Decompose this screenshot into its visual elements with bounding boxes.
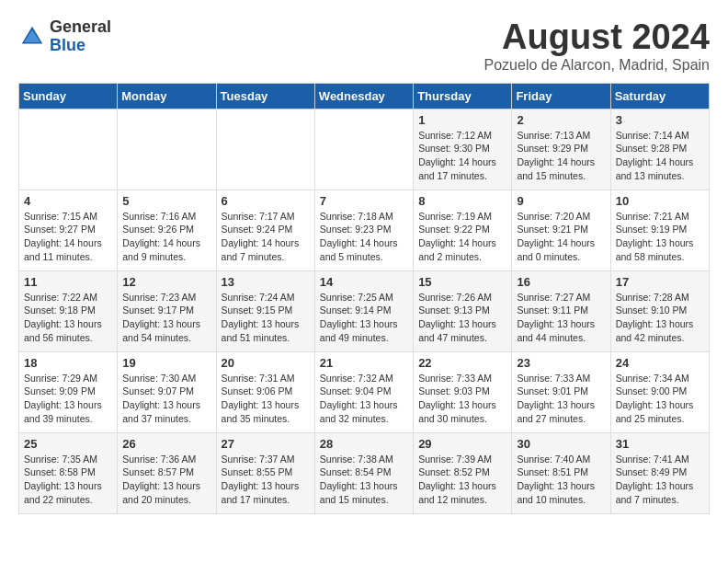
day-info: Sunrise: 7:29 AM Sunset: 9:09 PM Dayligh… (24, 372, 112, 426)
week-row-4: 18Sunrise: 7:29 AM Sunset: 9:09 PM Dayli… (19, 351, 710, 432)
day-number: 24 (616, 356, 704, 370)
day-number: 25 (24, 437, 112, 451)
calendar-cell (118, 109, 216, 190)
day-number: 2 (517, 113, 605, 127)
week-row-5: 25Sunrise: 7:35 AM Sunset: 8:58 PM Dayli… (19, 432, 710, 513)
calendar-cell: 29Sunrise: 7:39 AM Sunset: 8:52 PM Dayli… (414, 432, 512, 513)
day-number: 14 (320, 275, 408, 289)
day-number: 19 (122, 356, 210, 370)
logo-general: General (50, 18, 111, 37)
day-info: Sunrise: 7:21 AM Sunset: 9:19 PM Dayligh… (616, 210, 704, 264)
day-info: Sunrise: 7:15 AM Sunset: 9:27 PM Dayligh… (24, 210, 112, 264)
day-info: Sunrise: 7:20 AM Sunset: 9:21 PM Dayligh… (517, 210, 605, 264)
calendar-cell: 25Sunrise: 7:35 AM Sunset: 8:58 PM Dayli… (19, 432, 118, 513)
calendar-cell: 21Sunrise: 7:32 AM Sunset: 9:04 PM Dayli… (314, 351, 413, 432)
day-number: 26 (122, 437, 210, 451)
week-row-2: 4Sunrise: 7:15 AM Sunset: 9:27 PM Daylig… (19, 190, 710, 270)
calendar-cell: 4Sunrise: 7:15 AM Sunset: 9:27 PM Daylig… (19, 190, 118, 270)
calendar-cell: 13Sunrise: 7:24 AM Sunset: 9:15 PM Dayli… (216, 270, 314, 351)
day-info: Sunrise: 7:22 AM Sunset: 9:18 PM Dayligh… (24, 291, 112, 345)
calendar-cell: 19Sunrise: 7:30 AM Sunset: 9:07 PM Dayli… (118, 351, 216, 432)
week-row-1: 1Sunrise: 7:12 AM Sunset: 9:30 PM Daylig… (19, 109, 710, 190)
day-info: Sunrise: 7:12 AM Sunset: 9:30 PM Dayligh… (418, 129, 506, 183)
calendar-cell: 3Sunrise: 7:14 AM Sunset: 9:28 PM Daylig… (610, 109, 709, 190)
day-info: Sunrise: 7:26 AM Sunset: 9:13 PM Dayligh… (418, 291, 506, 345)
header-row: SundayMondayTuesdayWednesdayThursdayFrid… (19, 83, 710, 109)
logo-blue: Blue (50, 37, 111, 55)
day-info: Sunrise: 7:25 AM Sunset: 9:14 PM Dayligh… (320, 291, 408, 345)
calendar-cell: 18Sunrise: 7:29 AM Sunset: 9:09 PM Dayli… (19, 351, 118, 432)
day-info: Sunrise: 7:33 AM Sunset: 9:03 PM Dayligh… (418, 372, 506, 426)
calendar-cell: 27Sunrise: 7:37 AM Sunset: 8:55 PM Dayli… (216, 432, 314, 513)
header-monday: Monday (118, 83, 216, 109)
calendar-cell: 2Sunrise: 7:13 AM Sunset: 9:29 PM Daylig… (512, 109, 610, 190)
day-number: 11 (24, 275, 112, 289)
day-info: Sunrise: 7:14 AM Sunset: 9:28 PM Dayligh… (616, 129, 704, 183)
logo: General Blue (18, 18, 111, 55)
header-saturday: Saturday (610, 83, 709, 109)
day-number: 28 (320, 437, 408, 451)
day-number: 5 (122, 194, 210, 208)
day-info: Sunrise: 7:32 AM Sunset: 9:04 PM Dayligh… (320, 372, 408, 426)
day-info: Sunrise: 7:19 AM Sunset: 9:22 PM Dayligh… (418, 210, 506, 264)
day-info: Sunrise: 7:36 AM Sunset: 8:57 PM Dayligh… (122, 453, 210, 507)
day-info: Sunrise: 7:38 AM Sunset: 8:54 PM Dayligh… (320, 453, 408, 507)
day-number: 31 (616, 437, 704, 451)
calendar-cell: 20Sunrise: 7:31 AM Sunset: 9:06 PM Dayli… (216, 351, 314, 432)
header-friday: Friday (512, 83, 610, 109)
month-title: August 2024 (484, 18, 710, 57)
calendar-cell: 15Sunrise: 7:26 AM Sunset: 9:13 PM Dayli… (414, 270, 512, 351)
day-number: 21 (320, 356, 408, 370)
day-number: 13 (222, 275, 310, 289)
day-info: Sunrise: 7:13 AM Sunset: 9:29 PM Dayligh… (517, 129, 605, 183)
day-number: 10 (616, 194, 704, 208)
day-number: 6 (222, 194, 310, 208)
day-info: Sunrise: 7:41 AM Sunset: 8:49 PM Dayligh… (616, 453, 704, 507)
day-number: 30 (517, 437, 605, 451)
day-info: Sunrise: 7:31 AM Sunset: 9:06 PM Dayligh… (222, 372, 310, 426)
calendar-cell (19, 109, 118, 190)
day-number: 7 (320, 194, 408, 208)
week-row-3: 11Sunrise: 7:22 AM Sunset: 9:18 PM Dayli… (19, 270, 710, 351)
title-block: August 2024 Pozuelo de Alarcon, Madrid, … (484, 18, 710, 74)
day-number: 20 (222, 356, 310, 370)
day-number: 12 (122, 275, 210, 289)
calendar-cell: 1Sunrise: 7:12 AM Sunset: 9:30 PM Daylig… (414, 109, 512, 190)
day-info: Sunrise: 7:37 AM Sunset: 8:55 PM Dayligh… (222, 453, 310, 507)
day-info: Sunrise: 7:28 AM Sunset: 9:10 PM Dayligh… (616, 291, 704, 345)
header-sunday: Sunday (19, 83, 118, 109)
day-number: 15 (418, 275, 506, 289)
day-number: 23 (517, 356, 605, 370)
header-tuesday: Tuesday (216, 83, 314, 109)
calendar-cell: 9Sunrise: 7:20 AM Sunset: 9:21 PM Daylig… (512, 190, 610, 270)
day-number: 3 (616, 113, 704, 127)
calendar-cell: 23Sunrise: 7:33 AM Sunset: 9:01 PM Dayli… (512, 351, 610, 432)
day-info: Sunrise: 7:23 AM Sunset: 9:17 PM Dayligh… (122, 291, 210, 345)
day-number: 8 (418, 194, 506, 208)
calendar-cell: 30Sunrise: 7:40 AM Sunset: 8:51 PM Dayli… (512, 432, 610, 513)
calendar-table: SundayMondayTuesdayWednesdayThursdayFrid… (18, 83, 710, 514)
calendar-cell (216, 109, 314, 190)
logo-text: General Blue (50, 18, 111, 55)
calendar-cell: 31Sunrise: 7:41 AM Sunset: 8:49 PM Dayli… (610, 432, 709, 513)
day-info: Sunrise: 7:40 AM Sunset: 8:51 PM Dayligh… (517, 453, 605, 507)
day-number: 22 (418, 356, 506, 370)
day-number: 16 (517, 275, 605, 289)
day-info: Sunrise: 7:33 AM Sunset: 9:01 PM Dayligh… (517, 372, 605, 426)
header-wednesday: Wednesday (314, 83, 413, 109)
calendar-cell: 28Sunrise: 7:38 AM Sunset: 8:54 PM Dayli… (314, 432, 413, 513)
day-info: Sunrise: 7:17 AM Sunset: 9:24 PM Dayligh… (222, 210, 310, 264)
calendar-cell: 12Sunrise: 7:23 AM Sunset: 9:17 PM Dayli… (118, 270, 216, 351)
calendar-cell: 5Sunrise: 7:16 AM Sunset: 9:26 PM Daylig… (118, 190, 216, 270)
day-number: 9 (517, 194, 605, 208)
day-info: Sunrise: 7:34 AM Sunset: 9:00 PM Dayligh… (616, 372, 704, 426)
day-number: 18 (24, 356, 112, 370)
calendar-cell: 10Sunrise: 7:21 AM Sunset: 9:19 PM Dayli… (610, 190, 709, 270)
day-info: Sunrise: 7:30 AM Sunset: 9:07 PM Dayligh… (122, 372, 210, 426)
calendar-cell: 6Sunrise: 7:17 AM Sunset: 9:24 PM Daylig… (216, 190, 314, 270)
day-info: Sunrise: 7:16 AM Sunset: 9:26 PM Dayligh… (122, 210, 210, 264)
day-number: 27 (222, 437, 310, 451)
day-number: 17 (616, 275, 704, 289)
calendar-cell: 26Sunrise: 7:36 AM Sunset: 8:57 PM Dayli… (118, 432, 216, 513)
calendar-cell: 22Sunrise: 7:33 AM Sunset: 9:03 PM Dayli… (414, 351, 512, 432)
